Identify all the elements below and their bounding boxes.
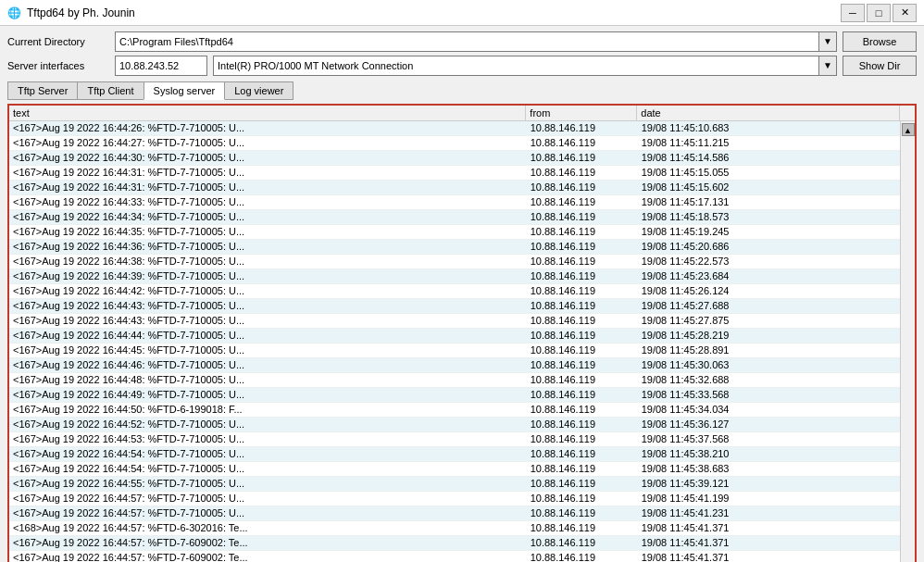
tab-tftp-server[interactable]: Tftp Server xyxy=(7,81,78,100)
log-cell-from: 10.88.146.119 xyxy=(527,284,638,298)
log-cell-text: <167>Aug 19 2022 16:44:30: %FTD-7-710005… xyxy=(9,151,527,165)
log-cell-from: 10.88.146.119 xyxy=(527,447,638,461)
table-row: <167>Aug 19 2022 16:44:34: %FTD-7-710005… xyxy=(9,210,900,225)
log-cell-text: <167>Aug 19 2022 16:44:39: %FTD-7-710005… xyxy=(9,269,527,283)
table-row: <167>Aug 19 2022 16:44:33: %FTD-7-710005… xyxy=(9,195,900,210)
log-cell-text: <167>Aug 19 2022 16:44:57: %FTD-7-609002… xyxy=(9,551,527,562)
table-row: <167>Aug 19 2022 16:44:30: %FTD-7-710005… xyxy=(9,151,900,166)
log-cell-date: 19/08 11:45:11.215 xyxy=(638,136,900,150)
table-row: <167>Aug 19 2022 16:44:57: %FTD-7-609002… xyxy=(9,536,900,551)
log-cell-text: <167>Aug 19 2022 16:44:52: %FTD-7-710005… xyxy=(9,418,527,431)
log-cell-text: <168>Aug 19 2022 16:44:57: %FTD-6-302016… xyxy=(9,521,527,535)
log-cell-date: 19/08 11:45:15.055 xyxy=(638,166,900,180)
log-cell-text: <167>Aug 19 2022 16:44:55: %FTD-7-710005… xyxy=(9,477,527,491)
table-row: <167>Aug 19 2022 16:44:52: %FTD-7-710005… xyxy=(9,418,900,432)
log-cell-date: 19/08 11:45:28.891 xyxy=(638,343,900,357)
current-dir-dropdown-arrow[interactable]: ▼ xyxy=(818,31,837,52)
log-cell-from: 10.88.146.119 xyxy=(527,181,638,194)
log-cell-text: <167>Aug 19 2022 16:44:57: %FTD-7-609002… xyxy=(9,536,527,550)
table-row: <167>Aug 19 2022 16:44:48: %FTD-7-710005… xyxy=(9,373,900,388)
log-cell-from: 10.88.146.119 xyxy=(527,121,638,135)
log-cell-from: 10.88.146.119 xyxy=(527,136,638,150)
table-row: <167>Aug 19 2022 16:44:55: %FTD-7-710005… xyxy=(9,477,900,492)
server-interfaces-row: Server interfaces 10.88.243.52 Intel(R) … xyxy=(7,56,917,76)
title-bar-controls: ─ □ ✕ xyxy=(841,4,917,22)
log-cell-date: 19/08 11:45:17.131 xyxy=(638,195,900,209)
log-cell-from: 10.88.146.119 xyxy=(527,255,638,269)
maximize-button[interactable]: □ xyxy=(867,4,891,22)
table-row: <167>Aug 19 2022 16:44:43: %FTD-7-710005… xyxy=(9,314,900,329)
log-cell-from: 10.88.146.119 xyxy=(527,343,638,357)
app-title: Tftpd64 by Ph. Jounin xyxy=(27,6,135,19)
table-row: <167>Aug 19 2022 16:44:57: %FTD-7-609002… xyxy=(9,551,900,562)
log-cell-date: 19/08 11:45:41.371 xyxy=(638,536,900,550)
title-bar-left: 🌐 Tftpd64 by Ph. Jounin xyxy=(7,6,135,19)
server-interfaces-dropdown-arrow[interactable]: ▼ xyxy=(818,56,837,76)
log-cell-date: 19/08 11:45:27.688 xyxy=(638,299,900,313)
table-row: <167>Aug 19 2022 16:44:53: %FTD-7-710005… xyxy=(9,432,900,447)
table-row: <167>Aug 19 2022 16:44:50: %FTD-6-199018… xyxy=(9,403,900,418)
tab-syslog-server[interactable]: Syslog server xyxy=(144,81,226,100)
log-cell-text: <167>Aug 19 2022 16:44:50: %FTD-6-199018… xyxy=(9,403,527,417)
log-cell-from: 10.88.146.119 xyxy=(527,551,638,562)
table-row: <167>Aug 19 2022 16:44:57: %FTD-7-710005… xyxy=(9,492,900,506)
log-cell-date: 19/08 11:45:14.586 xyxy=(638,151,900,165)
log-cell-text: <167>Aug 19 2022 16:44:26: %FTD-7-710005… xyxy=(9,121,527,135)
log-cell-text: <167>Aug 19 2022 16:44:44: %FTD-7-710005… xyxy=(9,329,527,343)
current-dir-label: Current Directory xyxy=(7,36,109,47)
browse-button[interactable]: Browse xyxy=(843,31,917,52)
current-dir-row: Current Directory ▼ Browse xyxy=(7,31,917,52)
log-cell-date: 19/08 11:45:10.683 xyxy=(638,121,900,135)
log-cell-date: 19/08 11:45:41.199 xyxy=(638,492,900,506)
log-body[interactable]: <167>Aug 19 2022 16:44:26: %FTD-7-710005… xyxy=(9,121,900,562)
log-cell-text: <167>Aug 19 2022 16:44:31: %FTD-7-710005… xyxy=(9,166,527,180)
tab-log-viewer[interactable]: Log viewer xyxy=(224,81,293,100)
log-cell-text: <167>Aug 19 2022 16:44:54: %FTD-7-710005… xyxy=(9,447,527,461)
table-row: <167>Aug 19 2022 16:44:38: %FTD-7-710005… xyxy=(9,255,900,269)
log-cell-from: 10.88.146.119 xyxy=(527,403,638,417)
log-cell-from: 10.88.146.119 xyxy=(527,299,638,313)
log-cell-text: <167>Aug 19 2022 16:44:45: %FTD-7-710005… xyxy=(9,343,527,357)
table-row: <167>Aug 19 2022 16:44:31: %FTD-7-710005… xyxy=(9,166,900,181)
log-cell-date: 19/08 11:45:38.683 xyxy=(638,462,900,476)
log-cell-date: 19/08 11:45:41.231 xyxy=(638,506,900,520)
log-cell-date: 19/08 11:45:37.568 xyxy=(638,432,900,446)
show-dir-button[interactable]: Show Dir xyxy=(843,56,917,76)
title-bar: 🌐 Tftpd64 by Ph. Jounin ─ □ ✕ xyxy=(0,0,924,26)
log-cell-text: <167>Aug 19 2022 16:44:36: %FTD-7-710005… xyxy=(9,240,527,254)
table-row: <167>Aug 19 2022 16:44:57: %FTD-7-710005… xyxy=(9,506,900,521)
table-row: <167>Aug 19 2022 16:44:54: %FTD-7-710005… xyxy=(9,447,900,462)
log-cell-from: 10.88.146.119 xyxy=(527,358,638,372)
log-cell-date: 19/08 11:45:36.127 xyxy=(638,418,900,431)
table-row: <167>Aug 19 2022 16:44:44: %FTD-7-710005… xyxy=(9,329,900,343)
log-cell-date: 19/08 11:45:22.573 xyxy=(638,255,900,269)
server-ip-display: 10.88.243.52 xyxy=(115,56,207,76)
log-cell-from: 10.88.146.119 xyxy=(527,373,638,387)
log-cell-text: <167>Aug 19 2022 16:44:46: %FTD-7-710005… xyxy=(9,358,527,372)
tabs-row: Tftp Server Tftp Client Syslog server Lo… xyxy=(7,81,917,100)
log-cell-text: <167>Aug 19 2022 16:44:27: %FTD-7-710005… xyxy=(9,136,527,150)
tab-tftp-client[interactable]: Tftp Client xyxy=(77,81,144,100)
log-cell-date: 19/08 11:45:41.371 xyxy=(638,551,900,562)
current-dir-input[interactable] xyxy=(115,31,819,52)
log-cell-from: 10.88.146.119 xyxy=(527,240,638,254)
server-interfaces-label: Server interfaces xyxy=(7,60,109,71)
table-row: <167>Aug 19 2022 16:44:31: %FTD-7-710005… xyxy=(9,181,900,195)
log-cell-from: 10.88.146.119 xyxy=(527,388,638,402)
log-cell-text: <167>Aug 19 2022 16:44:48: %FTD-7-710005… xyxy=(9,373,527,387)
table-row: <167>Aug 19 2022 16:44:43: %FTD-7-710005… xyxy=(9,299,900,314)
log-cell-date: 19/08 11:45:33.568 xyxy=(638,388,900,402)
log-cell-from: 10.88.146.119 xyxy=(527,477,638,491)
minimize-button[interactable]: ─ xyxy=(841,4,865,22)
log-cell-date: 19/08 11:45:41.371 xyxy=(638,521,900,535)
log-cell-from: 10.88.146.119 xyxy=(527,418,638,431)
log-cell-date: 19/08 11:45:19.245 xyxy=(638,225,900,239)
close-button[interactable]: ✕ xyxy=(893,4,917,22)
log-cell-date: 19/08 11:45:26.124 xyxy=(638,284,900,298)
log-cell-text: <167>Aug 19 2022 16:44:34: %FTD-7-710005… xyxy=(9,210,527,224)
col-header-from: from xyxy=(526,106,637,120)
scrollbar[interactable]: ▲ ▼ xyxy=(900,121,915,562)
log-cell-from: 10.88.146.119 xyxy=(527,166,638,180)
log-cell-text: <167>Aug 19 2022 16:44:38: %FTD-7-710005… xyxy=(9,255,527,269)
current-dir-input-group: ▼ xyxy=(115,31,837,52)
